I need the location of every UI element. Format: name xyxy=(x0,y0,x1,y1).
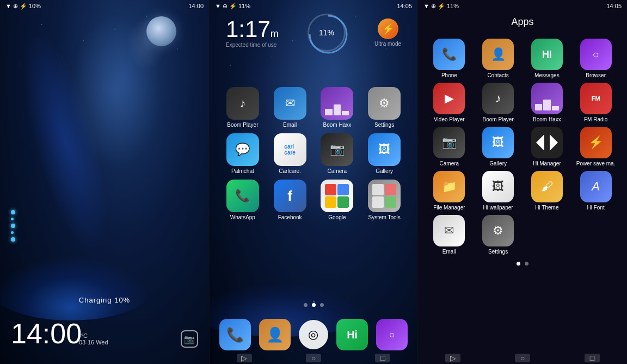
charging-text: Charging 10% xyxy=(0,296,209,304)
home-status-left: ▼ ⊕ ⚡ 11% xyxy=(215,3,250,10)
drawer-hi-manager[interactable]: Hi Manager xyxy=(524,127,570,166)
drawer-contacts[interactable]: 👤 Contacts xyxy=(475,39,521,78)
app-gallery[interactable]: 🖼 Gallery xyxy=(362,133,407,174)
apps-drawer-title: Apps xyxy=(418,0,627,36)
drawer-boom-haxx[interactable]: Boom Haxx xyxy=(524,83,570,122)
system-tools-label: System Tools xyxy=(368,214,400,220)
drawer-gallery[interactable]: 🖼 Gallery xyxy=(475,127,521,166)
system-tools-icon xyxy=(368,180,401,212)
drawer-back-button[interactable]: ▷ xyxy=(445,354,460,362)
drawer-contacts-icon: 👤 xyxy=(482,39,514,70)
app-facebook[interactable]: f Facebook xyxy=(268,180,312,220)
signal-icon: ▼ xyxy=(5,3,11,9)
drawer-filemanager-icon: 📁 xyxy=(433,171,465,202)
dock-contacts[interactable]: 👤 xyxy=(259,319,291,350)
dot2 xyxy=(11,218,14,220)
drawer-hitheme-label: Hi Theme xyxy=(535,205,558,211)
apps-dot-2[interactable] xyxy=(525,262,528,266)
apps-dot-1[interactable] xyxy=(517,262,520,266)
ultra-mode-icon: ⚡ xyxy=(378,18,398,39)
app-google[interactable]: Google xyxy=(315,180,360,220)
time-widget: 1:17m Expected time of use xyxy=(226,18,279,48)
home-nav-bar: ▷ ○ □ xyxy=(210,352,417,364)
boom-player-icon: ♪ xyxy=(226,87,259,120)
home-battery-pct: 11% xyxy=(238,3,250,9)
page-dot-1[interactable] xyxy=(304,303,308,307)
drawer-hifont-icon: A xyxy=(580,171,612,202)
drawer-settings-label: Settings xyxy=(488,249,508,255)
lock-screen-panel: ▼ ⊕ ⚡ 10% 14:00 Charging 10% 14:00 -°C 0… xyxy=(0,0,209,364)
app-carlcare[interactable]: carlcare Carlcare. xyxy=(268,133,312,174)
drawer-settings-icon: ⚙ xyxy=(482,215,514,246)
app-settings[interactable]: ⚙ Settings xyxy=(362,87,407,128)
drawer-phone[interactable]: 📞 Phone xyxy=(426,39,472,78)
svg-point-0 xyxy=(310,16,347,53)
drawer-phone-label: Phone xyxy=(441,72,457,78)
drawer-camera-icon: 📷 xyxy=(433,127,465,158)
battery-widget: 11% xyxy=(308,14,346,52)
drawer-hi-font[interactable]: A Hi Font xyxy=(573,171,619,211)
lock-date: -°C 03-16 Wed xyxy=(79,332,108,346)
dock-phone[interactable]: 📞 xyxy=(219,319,251,350)
camera-shortcut[interactable]: 📷 xyxy=(181,330,198,348)
drawer-fm-radio[interactable]: FM FM Radio xyxy=(573,83,619,122)
app-camera[interactable]: 📷 Camera xyxy=(315,133,360,174)
drawer-hi-theme[interactable]: 🖌 Hi Theme xyxy=(524,171,570,211)
battery-ring-svg xyxy=(308,14,349,55)
drawer-hi-wallpaper[interactable]: 🖼 Hi wallpaper xyxy=(475,171,521,211)
status-right: 14:00 xyxy=(188,3,204,9)
drawer-hifont-label: Hi Font xyxy=(587,205,605,211)
drawer-settings[interactable]: ⚙ Settings xyxy=(475,215,521,255)
camera-icon: 📷 xyxy=(321,133,353,166)
home-signal-icon: ▼ xyxy=(215,3,221,9)
drawer-browser-label: Browser xyxy=(586,72,606,78)
app-boom-haxx[interactable]: Boom Haxx xyxy=(315,87,360,128)
settings-label: Settings xyxy=(374,122,394,128)
drawer-messages[interactable]: Hi Messages xyxy=(524,39,570,78)
boom-haxx-label: Boom Haxx xyxy=(323,122,352,128)
facebook-icon: f xyxy=(274,180,306,212)
sim-icon: ⊕ xyxy=(13,3,18,10)
home-back-button[interactable]: ▷ xyxy=(237,354,252,362)
carlcare-label: Carlcare. xyxy=(279,168,301,174)
drawer-powersave-icon: ⚡ xyxy=(580,127,612,158)
dot5 xyxy=(11,237,15,242)
temp-text: -°C xyxy=(79,332,88,339)
boom-player-label: Boom Player xyxy=(227,122,258,128)
app-palmchat[interactable]: 💬 Palmchat xyxy=(220,133,265,174)
drawer-home-button[interactable]: ○ xyxy=(515,354,530,362)
page-dot-2[interactable] xyxy=(312,303,316,307)
drawer-himanager-label: Hi Manager xyxy=(533,161,561,166)
dock-target[interactable]: ◎ xyxy=(299,320,328,349)
drawer-email[interactable]: ✉ Email xyxy=(426,215,472,255)
home-recents-button[interactable]: □ xyxy=(375,354,390,362)
email-label: Email xyxy=(283,122,297,128)
battery-icon: ⚡ xyxy=(20,3,27,10)
dock-target-icon: ◎ xyxy=(308,328,318,342)
app-system-tools[interactable]: System Tools xyxy=(362,180,407,220)
ultra-mode-widget[interactable]: ⚡ Ultra mode xyxy=(374,18,401,47)
drawer-hiwallpaper-icon: 🖼 xyxy=(482,171,514,202)
drawer-camera[interactable]: 📷 Camera xyxy=(426,127,472,166)
dot1 xyxy=(11,210,15,214)
drawer-boomhaxx-icon xyxy=(531,83,563,114)
drawer-recents-button[interactable]: □ xyxy=(585,354,600,362)
drawer-fm-label: FM Radio xyxy=(584,116,607,122)
drawer-video-player[interactable]: ▶ Video Player xyxy=(426,83,472,122)
home-home-button[interactable]: ○ xyxy=(306,354,321,362)
app-email[interactable]: ✉ Email xyxy=(268,87,312,128)
drawer-power-save[interactable]: ⚡ Power save ma. xyxy=(573,127,619,166)
drawer-video-icon: ▶ xyxy=(433,83,465,114)
drawer-browser-icon: ○ xyxy=(580,39,612,70)
dock-hi[interactable]: Hi xyxy=(336,319,368,350)
whatsapp-icon: 📞 xyxy=(226,180,259,212)
app-whatsapp[interactable]: 📞 WhatsApp xyxy=(220,180,265,220)
drawer-browser[interactable]: ○ Browser xyxy=(573,39,619,78)
dock-browser[interactable]: ○ xyxy=(376,319,408,350)
drawer-boom-player[interactable]: ♪ Boom Player xyxy=(475,83,521,122)
lock-time: 14:00 xyxy=(188,3,204,9)
drawer-file-manager[interactable]: 📁 File Manager xyxy=(426,171,472,211)
app-boom-player[interactable]: ♪ Boom Player xyxy=(220,87,265,128)
drawer-boomhaxx-label: Boom Haxx xyxy=(533,116,561,122)
page-dot-3[interactable] xyxy=(320,303,324,307)
